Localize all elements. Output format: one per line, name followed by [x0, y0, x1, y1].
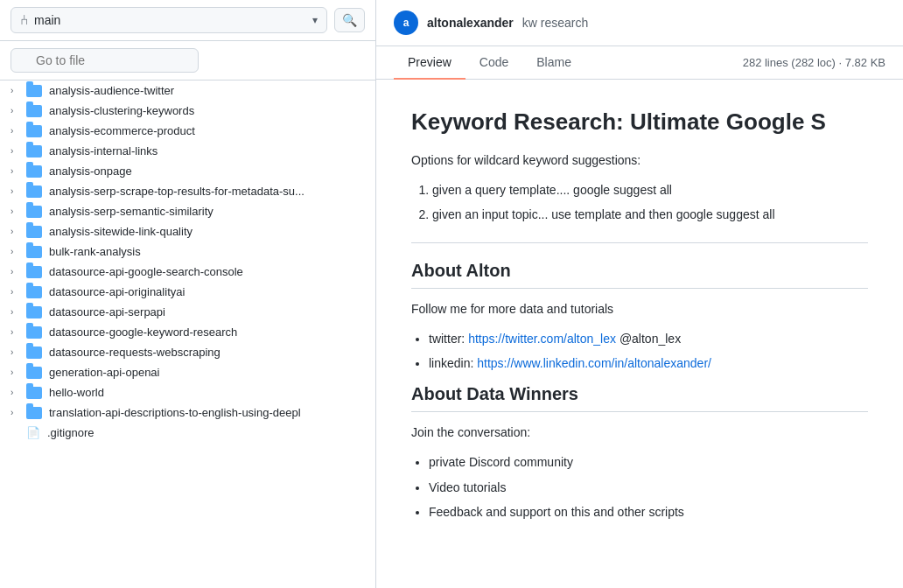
folder-name: datasource-api-serpapi: [49, 305, 165, 318]
list-item: given an input topic... use template and…: [432, 205, 868, 224]
right-panel: a altonalexander kw research Preview Cod…: [376, 0, 903, 588]
list-item[interactable]: › datasource-api-serpapi: [0, 302, 375, 322]
list-item[interactable]: › datasource-requests-webscraping: [0, 342, 375, 362]
folder-icon: [26, 367, 42, 379]
list-item[interactable]: › analysis-audience-twitter: [0, 80, 375, 101]
chevron-right-icon: ›: [10, 267, 21, 276]
folder-icon: [26, 326, 42, 339]
list-item[interactable]: › analysis-serp-semantic-similarity: [0, 201, 375, 221]
section-heading-alton: About Alton: [411, 261, 868, 289]
twitter-link[interactable]: https://twitter.com/alton_lex: [468, 332, 616, 346]
folder-name: analysis-audience-twitter: [49, 84, 174, 97]
folder-name: analysis-internal-links: [49, 144, 158, 158]
chevron-right-icon: ›: [10, 347, 21, 357]
folder-name: datasource-requests-webscraping: [49, 346, 220, 359]
list-item[interactable]: › datasource-api-google-search-console: [0, 262, 375, 282]
folder-name: hello-world: [49, 386, 104, 399]
list-item[interactable]: › analysis-onpage: [0, 161, 375, 181]
username-label[interactable]: altonalexander: [427, 16, 514, 30]
chevron-right-icon: ›: [10, 146, 21, 156]
chevron-right-icon: ›: [10, 126, 21, 136]
folder-name: datasource-google-keyword-research: [49, 326, 237, 339]
folder-name: translation-api-descriptions-to-english-…: [49, 406, 301, 419]
folder-icon: [26, 346, 42, 359]
chevron-right-icon: ›: [10, 408, 21, 417]
section-heading-winners: About Data Winners: [411, 384, 868, 412]
go-to-file-input[interactable]: [10, 48, 199, 73]
folder-icon: [26, 145, 42, 158]
intro-text: Options for wildcard keyword suggestions…: [411, 150, 868, 170]
folder-name: analysis-ecommerce-product: [49, 124, 195, 137]
folder-name: analysis-serp-scrape-top-results-for-met…: [49, 185, 304, 198]
list-item[interactable]: › analysis-serp-scrape-top-results-for-m…: [0, 181, 375, 201]
chevron-right-icon: ›: [10, 106, 21, 116]
chevron-right-icon: ›: [10, 307, 21, 317]
tab-blame[interactable]: Blame: [522, 46, 585, 80]
file-search-wrapper: 🔍: [10, 48, 365, 73]
tab-code[interactable]: Code: [466, 46, 522, 80]
list-item[interactable]: › bulk-rank-analysis: [0, 242, 375, 262]
repo-label: kw research: [522, 16, 588, 30]
twitter-prefix: twitter:: [429, 332, 468, 346]
divider: [411, 242, 868, 243]
list-item[interactable]: › generation-api-openai: [0, 362, 375, 382]
left-panel: ⑃ main ▾ 🔍 🔍 › analysis-audience-twitter…: [0, 0, 376, 588]
list-item: linkedin: https://www.linkedin.com/in/al…: [429, 354, 868, 373]
chevron-right-icon: ›: [10, 166, 21, 176]
file-icon: 📄: [26, 426, 42, 439]
chevron-right-icon: ›: [10, 247, 21, 256]
section-text-winners: Join the conversation:: [411, 423, 868, 442]
branch-selector[interactable]: ⑃ main ▾: [10, 7, 327, 33]
linkedin-prefix: linkedin:: [429, 356, 477, 370]
folder-icon: [26, 186, 42, 198]
section-text-alton: Follow me for more data and tutorials: [411, 299, 868, 318]
list-item[interactable]: › analysis-internal-links: [0, 141, 375, 161]
folder-icon: [26, 226, 42, 238]
twitter-suffix: @alton_lex: [620, 332, 681, 346]
list-item: private Discord community: [429, 452, 868, 472]
folder-icon: [26, 306, 42, 318]
list-item[interactable]: › analysis-ecommerce-product: [0, 121, 375, 141]
folder-icon: [26, 85, 42, 97]
list-item[interactable]: › analysis-sitewide-link-quality: [0, 221, 375, 242]
list-item[interactable]: › datasource-google-keyword-research: [0, 322, 375, 342]
search-icon: 🔍: [342, 13, 357, 27]
list-item[interactable]: › hello-world: [0, 382, 375, 402]
folder-icon: [26, 286, 42, 298]
content-area: Keyword Research: Ultimate Google S Opti…: [376, 80, 903, 588]
list-item[interactable]: › datasource-api-originalityai: [0, 282, 375, 302]
list-item: Video tutorials: [429, 478, 868, 497]
folder-icon: [26, 105, 42, 117]
tab-preview[interactable]: Preview: [394, 46, 466, 80]
file-header: a altonalexander kw research: [376, 0, 903, 46]
tab-bar: Preview Code Blame 282 lines (282 loc) ·…: [376, 46, 903, 80]
avatar-letter: a: [403, 17, 410, 29]
chevron-down-icon: ▾: [312, 14, 318, 26]
list-item[interactable]: › translation-api-descriptions-to-englis…: [0, 402, 375, 423]
alton-links-list: twitter: https://twitter.com/alton_lex @…: [429, 329, 868, 374]
branch-bar: ⑃ main ▾ 🔍: [0, 0, 375, 41]
file-tree: › analysis-audience-twitter › analysis-c…: [0, 80, 375, 588]
folder-icon: [26, 266, 42, 278]
file-name: .gitignore: [47, 426, 94, 439]
list-item[interactable]: › 📄 .gitignore: [0, 423, 375, 443]
folder-icon: [26, 387, 42, 399]
folder-name: generation-api-openai: [49, 366, 159, 379]
search-button[interactable]: 🔍: [334, 8, 365, 32]
list-item[interactable]: › analysis-clustering-keywords: [0, 101, 375, 121]
file-search-bar: 🔍: [0, 41, 375, 80]
branch-icon: ⑃: [20, 12, 29, 28]
branch-name: main: [34, 13, 307, 27]
folder-name: datasource-api-originalityai: [49, 285, 185, 298]
chevron-right-icon: ›: [10, 227, 21, 236]
folder-icon: [26, 165, 42, 178]
folder-name: analysis-serp-semantic-similarity: [49, 205, 214, 218]
winners-list: private Discord community Video tutorial…: [429, 452, 868, 522]
folder-icon: [26, 246, 42, 258]
linkedin-link[interactable]: https://www.linkedin.com/in/altonalexand…: [477, 356, 711, 370]
folder-name: analysis-sitewide-link-quality: [49, 225, 192, 238]
chevron-right-icon: ›: [10, 368, 21, 377]
avatar: a: [394, 10, 418, 35]
folder-icon: [26, 206, 42, 218]
list-item: given a query template.... google sugges…: [432, 180, 868, 200]
